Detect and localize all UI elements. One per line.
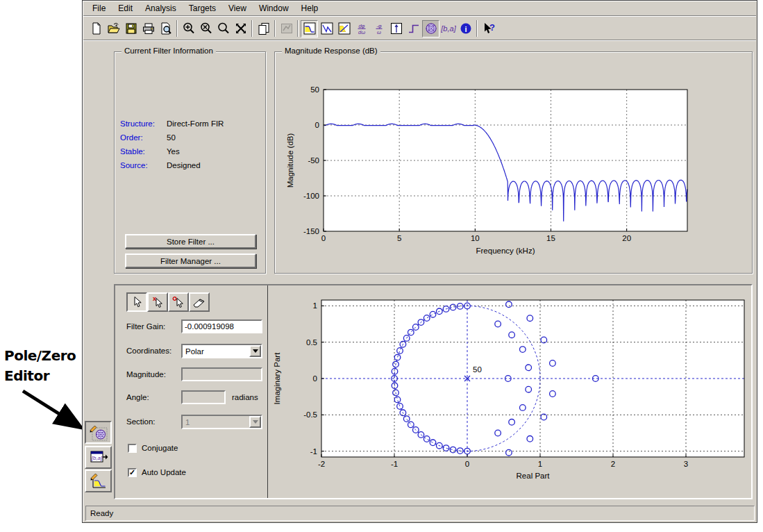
add-zero-cursor-icon	[171, 295, 186, 309]
pole-zero-plot-button[interactable]	[422, 20, 439, 38]
new-file-icon	[90, 22, 103, 35]
add-pole-button[interactable]: x	[147, 292, 168, 312]
step-response-button[interactable]	[405, 20, 422, 38]
status-text: Ready	[90, 509, 113, 517]
print-to-figure-icon	[257, 22, 271, 35]
zoom-y-button[interactable]	[215, 20, 232, 38]
group-delay-icon: dφdω	[355, 22, 369, 35]
pole-zero-plot[interactable]: 50-2-1012310.50-0.5-1Real PartImaginary …	[269, 285, 751, 498]
magnitude-and-phase-button[interactable]	[335, 20, 353, 38]
menu-help[interactable]: Help	[295, 2, 325, 15]
filter-info-row: Source:Designed	[120, 158, 224, 172]
menu-view[interactable]: View	[222, 2, 253, 15]
section-value: 1	[185, 418, 190, 426]
print-to-figure-button[interactable]	[255, 20, 272, 38]
angle-label: Angle:	[126, 393, 149, 401]
sidebar-import-filter-button[interactable]: [b,a]	[85, 446, 112, 469]
svg-text:0.5: 0.5	[306, 338, 317, 347]
svg-text:-φ: -φ	[376, 23, 381, 29]
filter-manager-button[interactable]: Filter Manager ...	[125, 253, 256, 268]
svg-text:3: 3	[684, 460, 688, 468]
svg-text:1: 1	[313, 301, 317, 310]
sidebar-pole-zero-editor-button[interactable]	[85, 421, 112, 444]
magnitude-response-icon	[303, 22, 317, 35]
filter-coefficients-icon: [b,a]	[441, 22, 456, 35]
angle-input	[181, 390, 226, 404]
filter-information-button[interactable]: i	[457, 20, 474, 38]
phase-response-button[interactable]	[318, 20, 335, 38]
menu-analysis[interactable]: Analysis	[139, 2, 183, 15]
callout-arrow	[18, 386, 92, 438]
full-view-button[interactable]	[232, 20, 249, 38]
svg-text:-150: -150	[303, 227, 319, 235]
conjugate-checkbox[interactable]	[128, 444, 137, 453]
add-zero-button[interactable]	[168, 292, 189, 312]
magnitude-response-button[interactable]	[301, 20, 318, 38]
move-cursor-icon	[130, 295, 144, 309]
stable-value: Yes	[167, 147, 180, 156]
filter-specifications-icon	[280, 22, 294, 35]
zoom-in-button[interactable]	[180, 20, 197, 38]
svg-text:i: i	[464, 25, 467, 33]
structure-value: Direct-Form FIR	[167, 119, 224, 128]
print-preview-button[interactable]	[157, 20, 174, 38]
phase-delay-button[interactable]: -φω	[370, 20, 387, 38]
y-axis-label: Magnitude (dB)	[286, 133, 294, 188]
menu-window[interactable]: Window	[253, 2, 295, 15]
eraser-icon	[192, 295, 207, 309]
svg-text:x: x	[153, 295, 156, 302]
zoom-x-button[interactable]	[197, 20, 215, 38]
filter-info-row: Stable:Yes	[120, 144, 224, 158]
x-axis-label: Frequency (kHz)	[476, 247, 535, 255]
sidebar-design-filter-button[interactable]	[85, 469, 112, 492]
print-button[interactable]	[140, 20, 157, 38]
design-filter-icon	[89, 472, 108, 490]
conjugate-label: Conjugate	[142, 444, 178, 452]
zoom-x-icon	[199, 22, 213, 35]
svg-text:2: 2	[611, 460, 615, 468]
save-button[interactable]	[122, 20, 140, 38]
zoom-y-icon	[217, 22, 230, 35]
auto-update-label: Auto Update	[142, 468, 186, 476]
group-delay-button[interactable]: dφdω	[353, 20, 370, 38]
phase-response-icon	[320, 22, 334, 35]
what-is-this-help-button[interactable]: ?	[480, 20, 497, 38]
status-bar: Ready	[85, 506, 755, 521]
auto-update-checkbox[interactable]	[128, 468, 137, 477]
svg-text:0: 0	[313, 374, 317, 383]
svg-text:[b,a]: [b,a]	[90, 454, 102, 460]
new-file-button[interactable]	[87, 20, 105, 38]
structure-label: Structure:	[120, 119, 167, 128]
magnitude-input	[181, 367, 262, 381]
full-view-icon	[234, 22, 248, 35]
menu-targets[interactable]: Targets	[183, 2, 222, 15]
svg-text:?: ?	[489, 22, 495, 33]
magnitude-and-phase-icon	[337, 22, 351, 35]
pole-zero-editor-icon	[89, 424, 108, 442]
toolbar-separator	[274, 20, 276, 37]
svg-text:-100: -100	[303, 192, 319, 200]
section-select: 1	[181, 415, 262, 429]
current-filter-information-panel: Current Filter Information Structure:Dir…	[114, 51, 266, 274]
svg-text:[b,a]: [b,a]	[441, 24, 456, 33]
coordinates-dropdown-button[interactable]	[249, 345, 261, 357]
fdatool-window: File Edit Analysis Targets View Window H…	[82, 0, 757, 523]
section-dropdown-button	[249, 416, 261, 428]
menu-edit[interactable]: Edit	[112, 2, 139, 15]
coordinates-label: Coordinates:	[126, 347, 171, 355]
menu-file[interactable]: File	[86, 2, 112, 15]
svg-text:15: 15	[546, 234, 555, 242]
svg-text:-1: -1	[310, 447, 317, 456]
coordinates-select[interactable]: Polar	[181, 344, 262, 358]
magnitude-label: Magnitude:	[126, 370, 166, 379]
pole-multiplicity-label: 50	[473, 365, 482, 374]
open-file-button[interactable]	[105, 20, 122, 38]
filter-gain-input[interactable]	[181, 319, 262, 333]
store-filter-button[interactable]: Store Filter ...	[125, 234, 256, 249]
toolbar: dφdω -φω [b,a] i ?	[83, 17, 756, 40]
filter-coefficients-button[interactable]: [b,a]	[439, 20, 457, 38]
delete-pole-zero-button[interactable]	[189, 292, 210, 312]
impulse-response-button[interactable]	[387, 20, 405, 38]
svg-text:5: 5	[397, 234, 401, 242]
move-pole-zero-button[interactable]	[126, 292, 147, 312]
